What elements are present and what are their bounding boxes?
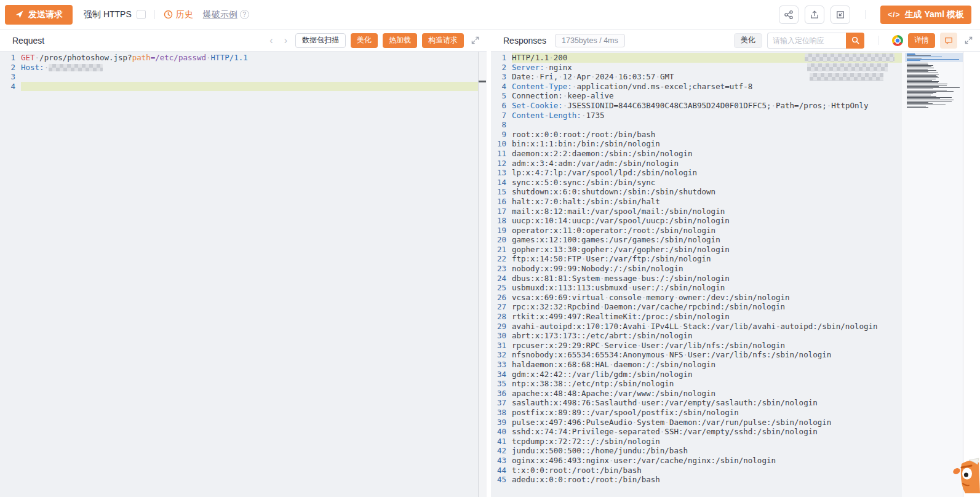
response-search-input[interactable] bbox=[767, 33, 846, 49]
top-toolbar: 发送请求 强制 HTTPS 历史 爆破示例 ? </> 生 bbox=[0, 0, 980, 30]
details-button[interactable]: 详情 bbox=[908, 33, 935, 48]
force-https-label: 强制 HTTPS bbox=[84, 9, 132, 20]
minimap-line bbox=[907, 75, 936, 76]
minimap-line bbox=[907, 65, 933, 66]
app-window: 发送请求 强制 HTTPS 历史 爆破示例 ? </> 生 bbox=[0, 0, 980, 497]
send-request-button[interactable]: 发送请求 bbox=[5, 5, 73, 25]
packet-scan-button[interactable]: 数据包扫描 bbox=[295, 33, 346, 48]
line-number: 15 bbox=[491, 187, 512, 197]
line-number: 1 bbox=[491, 53, 512, 63]
line-number: 36 bbox=[491, 389, 512, 399]
line-number: 26 bbox=[491, 293, 512, 303]
minimap-line bbox=[907, 87, 960, 88]
send-icon bbox=[15, 10, 24, 19]
line-number: 31 bbox=[491, 341, 512, 351]
line-number: 4 bbox=[0, 82, 21, 92]
force-https-checkbox[interactable] bbox=[137, 10, 146, 19]
minimap-line bbox=[907, 92, 936, 93]
line-number: 4 bbox=[491, 82, 512, 92]
response-panel-header: Responses 1735bytes / 4ms 美化 详情 bbox=[491, 30, 980, 52]
toolbar-divider bbox=[154, 10, 155, 19]
minimap-line bbox=[907, 82, 938, 83]
search-icon bbox=[851, 36, 859, 44]
import-button[interactable] bbox=[831, 6, 850, 24]
code-line: 2Host:· bbox=[0, 63, 478, 73]
minimap-line bbox=[907, 69, 928, 70]
censored-block bbox=[810, 73, 883, 81]
line-number: 8 bbox=[491, 120, 512, 130]
minimap-line bbox=[907, 102, 928, 103]
response-editor[interactable]: 1HTTP/1.1·2002Server:·nginx3Date:·Fri,·1… bbox=[491, 52, 980, 497]
minimap-line bbox=[907, 89, 933, 89]
request-overview-ruler[interactable] bbox=[478, 52, 487, 497]
request-panel: Request ‹ › 数据包扫描 美化 热加载 构造请求 1GET·/pros… bbox=[0, 30, 487, 497]
response-fullscreen-icon[interactable] bbox=[965, 36, 973, 44]
minimap-line bbox=[907, 80, 932, 81]
mascot-icon[interactable] bbox=[953, 458, 980, 493]
code-minimap[interactable] bbox=[907, 53, 961, 108]
line-number: 14 bbox=[491, 178, 512, 188]
censored-block bbox=[807, 63, 888, 71]
comment-button[interactable] bbox=[940, 33, 957, 49]
generate-yaml-label: 生成 Yaml 模板 bbox=[905, 9, 964, 20]
line-number: 34 bbox=[491, 370, 512, 380]
line-number: 21 bbox=[491, 245, 512, 255]
toolbar-right-divider bbox=[865, 10, 866, 19]
search-button[interactable] bbox=[846, 33, 864, 49]
request-beautify-button[interactable]: 美化 bbox=[351, 33, 378, 48]
minimap-line bbox=[907, 105, 946, 105]
line-number: 45 bbox=[491, 475, 512, 485]
minimap-line bbox=[907, 90, 947, 90]
chevron-right-icon[interactable]: › bbox=[281, 36, 290, 46]
minimap-line bbox=[907, 68, 934, 68]
minimap-line bbox=[907, 84, 947, 84]
line-number: 29 bbox=[491, 322, 512, 332]
question-circle-icon[interactable]: ? bbox=[240, 10, 249, 19]
share-button[interactable] bbox=[779, 6, 799, 24]
response-search bbox=[767, 33, 864, 49]
minimap-line bbox=[907, 106, 926, 106]
code-line: 3 bbox=[0, 72, 478, 82]
response-panel: Responses 1735bytes / 4ms 美化 详情 bbox=[491, 30, 980, 497]
response-beautify-button[interactable]: 美化 bbox=[734, 33, 762, 48]
line-content bbox=[21, 72, 478, 82]
scrollbar-track[interactable] bbox=[963, 52, 980, 497]
chevron-left-icon[interactable]: ‹ bbox=[266, 36, 276, 46]
generate-yaml-button[interactable]: </> 生成 Yaml 模板 bbox=[880, 6, 971, 24]
minimap-line bbox=[907, 97, 952, 98]
overview-cursor-marker bbox=[479, 81, 486, 82]
minimap-line bbox=[907, 76, 938, 77]
censored-inline bbox=[49, 64, 103, 71]
chrome-icon[interactable] bbox=[892, 35, 903, 46]
line-number: 12 bbox=[491, 159, 512, 169]
request-fullscreen-icon[interactable] bbox=[471, 36, 479, 44]
minimap-line bbox=[907, 81, 939, 82]
line-number: 40 bbox=[491, 427, 512, 437]
minimap-line bbox=[907, 70, 936, 71]
minimap-line bbox=[907, 101, 952, 101]
brute-example-link[interactable]: 爆破示例 bbox=[203, 9, 237, 20]
response-panel-title: Responses bbox=[503, 36, 546, 46]
minimap-line bbox=[907, 98, 940, 99]
minimap-line bbox=[907, 63, 928, 63]
minimap-line bbox=[907, 73, 938, 73]
line-number: 11 bbox=[491, 149, 512, 159]
minimap-line bbox=[907, 93, 933, 94]
construct-request-button[interactable]: 构造请求 bbox=[422, 33, 464, 48]
hot-reload-button[interactable]: 热加载 bbox=[383, 33, 417, 48]
line-number: 10 bbox=[491, 139, 512, 149]
minimap-line bbox=[907, 86, 939, 87]
line-number: 17 bbox=[491, 207, 512, 217]
main-split-view: Request ‹ › 数据包扫描 美化 热加载 构造请求 1GET·/pros… bbox=[0, 30, 980, 497]
export-button[interactable] bbox=[805, 6, 824, 24]
request-panel-header: Request ‹ › 数据包扫描 美化 热加载 构造请求 bbox=[0, 30, 487, 52]
line-number: 2 bbox=[0, 63, 21, 73]
history-button[interactable]: 历史 bbox=[164, 9, 193, 20]
minimap-line bbox=[907, 103, 933, 104]
line-number: 3 bbox=[0, 72, 21, 82]
minimap-header-zone bbox=[905, 53, 963, 62]
line-number: 19 bbox=[491, 226, 512, 236]
line-number: 9 bbox=[491, 130, 512, 140]
line-number: 13 bbox=[491, 168, 512, 178]
request-editor[interactable]: 1GET·/pros/photoshow.jsp?path=/etc/passw… bbox=[0, 52, 487, 497]
